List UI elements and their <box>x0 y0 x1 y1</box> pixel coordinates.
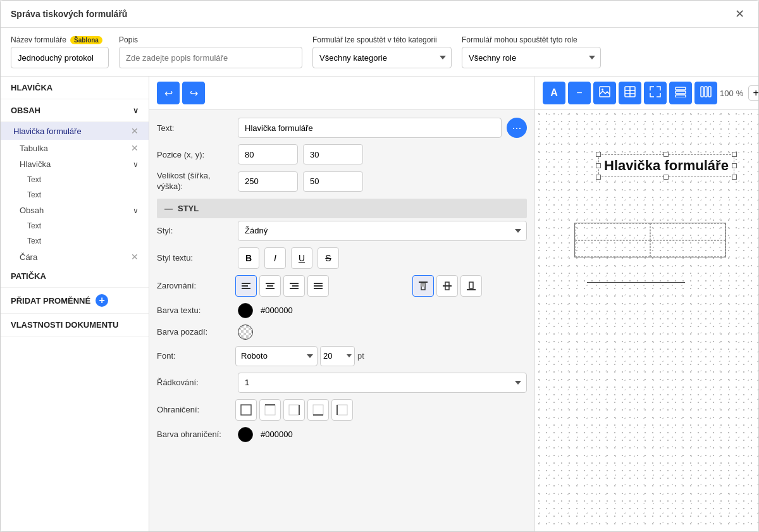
ohraniceni-row: Ohraničení: <box>157 399 527 421</box>
sidebar-item-text2[interactable]: Text <box>1 187 149 202</box>
tabulka-close-icon[interactable]: ✕ <box>131 143 139 153</box>
handle-ml[interactable] <box>596 163 601 168</box>
sidebar-section-hlavicka[interactable]: HLAVIČKA <box>1 77 149 99</box>
expand-tool-button[interactable] <box>644 82 667 104</box>
form-name-input[interactable] <box>11 47 109 68</box>
form-roles-select[interactable]: Všechny role <box>462 47 601 68</box>
align-justify-button[interactable] <box>307 275 329 297</box>
svg-rect-7 <box>292 285 299 287</box>
zoom-percent: 100 <box>720 89 734 98</box>
handle-bl[interactable] <box>596 175 601 180</box>
bold-button[interactable]: B <box>238 247 259 269</box>
barva-textu-row: Barva textu: #000000 <box>157 303 527 318</box>
size-w-input[interactable] <box>238 171 298 192</box>
pos-y-input[interactable] <box>303 144 363 164</box>
image-tool-button[interactable] <box>593 82 616 104</box>
cols-tool-button[interactable] <box>694 82 717 104</box>
svg-rect-12 <box>419 281 428 283</box>
table-tool-button[interactable] <box>619 82 641 104</box>
valign-middle-button[interactable] <box>436 275 458 297</box>
border-bottom-button[interactable] <box>307 399 329 421</box>
heading-element-container[interactable]: Hlavička formuláře <box>598 154 734 177</box>
font-row: Font: Roboto Arial 20 14 16 18 pt <box>157 346 527 366</box>
form-description-label: Popis <box>119 35 302 44</box>
undo-button[interactable]: ↩ <box>157 82 180 104</box>
sidebar-item-tabulka[interactable]: Tabulka ✕ <box>1 140 149 156</box>
underline-button[interactable]: U <box>291 247 312 269</box>
sidebar-section-vlastnosti[interactable]: VLASTNOSTI DOKUMENTU <box>1 314 149 337</box>
handle-bm[interactable] <box>663 175 669 180</box>
barva-pozadi-row: Barva pozadí: <box>157 325 527 340</box>
redo-button[interactable]: ↪ <box>182 82 205 104</box>
valign-bottom-button[interactable] <box>460 275 482 297</box>
form-description-input[interactable] <box>119 47 302 68</box>
sidebar-section-pridat-promenne[interactable]: PŘIDAT PROMĚNNÉ + <box>1 288 149 314</box>
form-category-select[interactable]: Všechny kategorie <box>312 47 452 68</box>
border-left-button[interactable] <box>331 399 353 421</box>
rows-tool-button[interactable] <box>669 82 692 104</box>
handle-mr[interactable] <box>732 163 737 168</box>
font-size-select[interactable]: 20 14 16 18 <box>320 346 355 366</box>
pos-x-input[interactable] <box>238 144 298 164</box>
strikethrough-button[interactable]: S <box>318 247 339 269</box>
barva-textu-swatch[interactable] <box>238 303 253 318</box>
table-element[interactable] <box>574 223 726 257</box>
sidebar-item-text4[interactable]: Text <box>1 233 149 249</box>
close-button[interactable]: ✕ <box>731 6 748 22</box>
barva-pozadi-label: Barva pozadí: <box>157 327 233 337</box>
sidebar-section-obsah[interactable]: OBSAH ∨ <box>1 99 149 122</box>
radkovani-select[interactable]: 1 1.5 2 <box>238 373 527 393</box>
handle-tr[interactable] <box>732 152 737 157</box>
font-select[interactable]: Roboto Arial <box>235 346 318 366</box>
dialog-title: Správa tiskových formulářů <box>11 9 127 19</box>
border-right-button[interactable] <box>283 399 305 421</box>
line-element <box>587 282 685 283</box>
barva-ohraniceni-swatch[interactable] <box>238 427 253 442</box>
svg-rect-11 <box>314 288 323 289</box>
align-left-button[interactable] <box>235 275 257 297</box>
handle-tm[interactable] <box>663 152 669 157</box>
sablona-badge: Šablona <box>70 36 102 44</box>
svg-rect-19 <box>241 405 251 415</box>
sidebar-item-hlavicka-sub[interactable]: Hlavička ∨ <box>1 156 149 172</box>
sidebar-item-text1[interactable]: Text <box>1 172 149 187</box>
sidebar-item-cara[interactable]: Čára ✕ <box>1 249 149 265</box>
canvas-toolbar: A − <box>535 77 758 110</box>
size-label: Velikost (šířka, výška): <box>157 171 233 192</box>
styl-textu-label: Styl textu: <box>157 253 233 263</box>
text-input[interactable] <box>238 118 502 138</box>
sidebar-item-obsah-sub[interactable]: Obsah ∨ <box>1 202 149 218</box>
handle-br[interactable] <box>732 175 737 180</box>
svg-rect-14 <box>421 283 425 287</box>
text-tool-button[interactable]: A <box>543 82 565 104</box>
align-center-button[interactable] <box>259 275 281 297</box>
styl-select[interactable]: Žádný <box>238 221 527 241</box>
sidebar-item-hlavicka-formulare[interactable]: Hlavička formuláře ✕ <box>1 122 149 140</box>
italic-button[interactable]: I <box>264 247 286 269</box>
zoom-in-button[interactable]: + <box>748 85 758 101</box>
element-properties-panel: Text: ··· Pozice (x, y): Velikost (šířka… <box>149 110 534 531</box>
add-promenne-icon[interactable]: + <box>96 294 108 307</box>
align-right-button[interactable] <box>283 275 305 297</box>
handle-tl[interactable] <box>596 152 601 157</box>
table-icon <box>624 86 636 100</box>
hlavicka-formulare-close-icon[interactable]: ✕ <box>131 126 139 136</box>
sidebar-section-paticka[interactable]: PATIČKA <box>1 265 149 288</box>
valign-top-button[interactable] <box>412 275 434 297</box>
minus-tool-button[interactable]: − <box>568 82 591 104</box>
barva-pozadi-swatch[interactable] <box>238 325 253 340</box>
border-none-button[interactable] <box>235 399 257 421</box>
svg-rect-4 <box>267 285 273 287</box>
form-name-label: Název formuláře <box>11 35 66 44</box>
svg-rect-10 <box>314 285 323 287</box>
cara-close-icon[interactable]: ✕ <box>131 252 139 262</box>
more-options-button[interactable]: ··· <box>507 118 527 138</box>
size-h-input[interactable] <box>303 171 363 192</box>
svg-rect-28 <box>600 87 610 97</box>
underline-icon: U <box>299 253 305 263</box>
text-label: Text: <box>157 123 233 133</box>
sidebar-item-text3[interactable]: Text <box>1 218 149 233</box>
barva-ohraniceni-row: Barva ohraničení: #000000 <box>157 427 527 442</box>
canvas-content[interactable]: Hlavička formuláře <box>535 110 758 531</box>
border-top-button[interactable] <box>259 399 281 421</box>
